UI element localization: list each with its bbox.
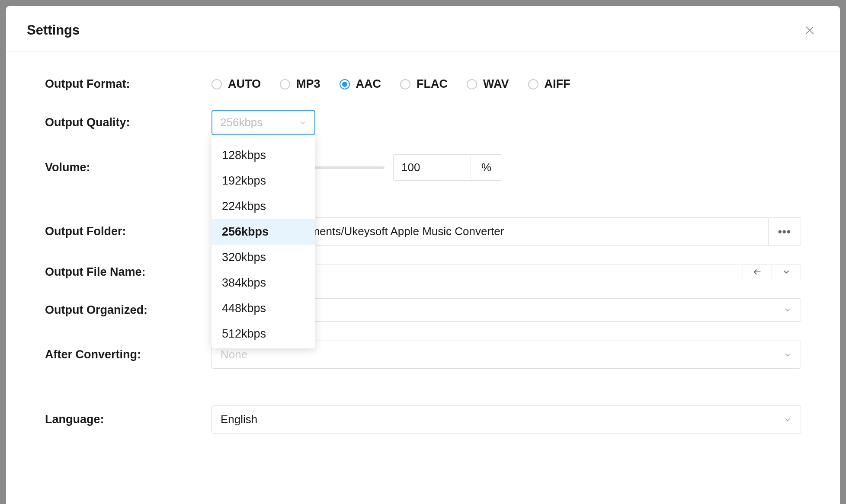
volume-row: Volume: %: [45, 154, 801, 181]
chevron-down-icon: [783, 306, 792, 314]
browse-folder-button[interactable]: •••: [769, 217, 801, 246]
output-format-radio-group: AUTOMP3AACFLACWAVAIFF: [212, 77, 570, 91]
language-row: Language: English: [45, 405, 801, 434]
radio-aac[interactable]: AAC: [340, 77, 381, 91]
close-icon: [804, 24, 816, 36]
dropdown-item-224kbps[interactable]: 224kbps: [212, 194, 315, 219]
radio-circle: [212, 79, 222, 89]
output-organized-label: Output Organized:: [45, 303, 212, 317]
volume-input-group: %: [393, 154, 502, 181]
radio-circle: [280, 79, 290, 89]
filename-back-button[interactable]: [743, 265, 772, 279]
output-quality-select[interactable]: 256kbps: [212, 110, 315, 135]
output-filename-label: Output File Name:: [45, 265, 212, 279]
dropdown-scroll[interactable]: 128kbps192kbps224kbps256kbps320kbps384kb…: [212, 143, 315, 347]
radio-dot: [342, 82, 347, 87]
filename-expand-button[interactable]: [772, 265, 801, 279]
radio-mp3[interactable]: MP3: [280, 77, 320, 91]
after-converting-label: After Converting:: [45, 348, 212, 361]
output-folder-row: Output Folder: cuments/Ukeysoft Apple Mu…: [45, 217, 801, 246]
output-organized-row: Output Organized:: [45, 298, 801, 322]
dropdown-item-128kbps[interactable]: 128kbps: [212, 143, 315, 168]
radio-aiff[interactable]: AIFF: [528, 77, 570, 91]
volume-input[interactable]: [393, 154, 471, 181]
radio-label: FLAC: [417, 77, 448, 91]
output-format-label: Output Format:: [45, 77, 212, 91]
output-quality-value: 256kbps: [220, 116, 263, 129]
dropdown-item-320kbps[interactable]: 320kbps: [212, 245, 315, 270]
dropdown-item-256kbps[interactable]: 256kbps: [212, 219, 315, 245]
radio-label: AIFF: [545, 77, 570, 91]
radio-circle: [528, 79, 538, 89]
dropdown-item-192kbps[interactable]: 192kbps: [212, 168, 315, 194]
language-label: Language:: [45, 413, 212, 426]
radio-label: MP3: [296, 77, 320, 91]
dropdown-item-384kbps[interactable]: 384kbps: [212, 270, 315, 296]
language-value: English: [221, 413, 257, 426]
output-quality-row: Output Quality: 256kbps 128kbps192kbps22…: [45, 110, 801, 135]
modal-body: Output Format: AUTOMP3AACFLACWAVAIFF Out…: [6, 51, 840, 470]
volume-unit: %: [471, 154, 502, 181]
radio-label: AAC: [356, 77, 381, 91]
radio-label: AUTO: [228, 77, 261, 91]
radio-circle: [400, 79, 410, 89]
output-format-row: Output Format: AUTOMP3AACFLACWAVAIFF: [45, 77, 801, 91]
radio-flac[interactable]: FLAC: [400, 77, 448, 91]
chevron-down-icon: [299, 119, 307, 127]
modal-title: Settings: [27, 22, 80, 38]
dropdown-item-448kbps[interactable]: 448kbps: [212, 296, 315, 321]
output-folder-label: Output Folder:: [45, 225, 212, 238]
output-filename-row: Output File Name:: [45, 265, 801, 279]
chevron-down-icon: [782, 267, 791, 277]
modal-header: Settings: [6, 6, 840, 51]
arrow-left-icon: [753, 267, 762, 277]
radio-circle: [467, 79, 477, 89]
settings-modal: Settings Output Format: AUTOMP3AACFLACWA…: [6, 6, 840, 504]
radio-wav[interactable]: WAV: [467, 77, 509, 91]
language-select[interactable]: English: [212, 405, 801, 434]
divider: [45, 388, 801, 388]
after-converting-value: None: [221, 348, 247, 361]
radio-label: WAV: [483, 77, 509, 91]
radio-auto[interactable]: AUTO: [212, 77, 261, 91]
chevron-down-icon: [783, 351, 792, 359]
output-quality-label: Output Quality:: [45, 116, 212, 129]
ellipsis-icon: •••: [778, 226, 791, 237]
divider: [45, 200, 801, 200]
output-folder-value: cuments/Ukeysoft Apple Music Converter: [298, 225, 504, 238]
radio-circle: [340, 79, 350, 89]
volume-label: Volume:: [45, 161, 212, 174]
output-quality-dropdown: 128kbps192kbps224kbps256kbps320kbps384kb…: [212, 135, 315, 348]
dropdown-item-512kbps[interactable]: 512kbps: [212, 321, 315, 347]
close-button[interactable]: [801, 22, 818, 39]
chevron-down-icon: [783, 415, 792, 424]
after-converting-row: After Converting: None: [45, 341, 801, 369]
